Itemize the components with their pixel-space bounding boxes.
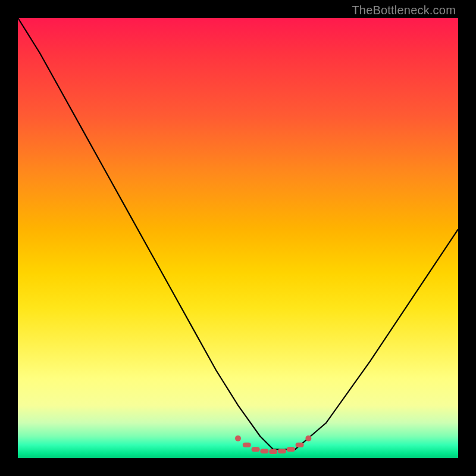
main-curve [18, 18, 458, 449]
chart-svg [18, 18, 458, 458]
attribution-text: TheBottleneck.com [352, 4, 456, 17]
chart-plot-area [18, 18, 458, 458]
svg-point-0 [235, 436, 241, 441]
chart-frame: TheBottleneck.com [0, 0, 476, 476]
svg-point-1 [305, 436, 311, 441]
